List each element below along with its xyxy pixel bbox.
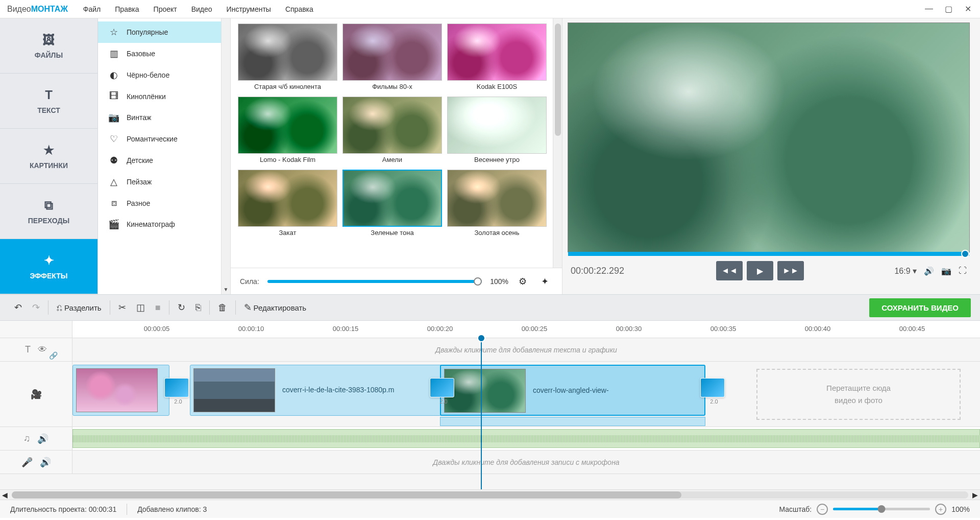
audio-waveform[interactable] (72, 429, 980, 448)
settings-icon[interactable]: ⚙ (514, 274, 531, 289)
video-clip[interactable] (72, 365, 169, 416)
maximize-button[interactable]: ▢ (943, 4, 953, 14)
effect-item[interactable]: Старая ч/б кинолента (238, 23, 337, 92)
track-microphone[interactable]: 🎤🔊 Дважды кликните для добавления записи… (0, 451, 980, 474)
menu-project[interactable]: Проект (154, 5, 177, 13)
strength-slider[interactable] (267, 280, 482, 283)
category-kids[interactable]: ⚉Детские (98, 150, 230, 171)
link-icon[interactable]: 🔗 (49, 351, 58, 360)
star-icon: ★ (43, 143, 55, 157)
timeline-scrollbar[interactable]: ◀ ▶ (0, 489, 980, 500)
tab-transitions[interactable]: ⧉ПЕРЕХОДЫ (0, 184, 97, 239)
music-track-icon: ♫ (23, 433, 31, 444)
tab-files[interactable]: 🖼ФАЙЛЫ (0, 18, 97, 74)
scroll-left-icon[interactable]: ◀ (2, 491, 8, 499)
category-vintage[interactable]: 📷Винтаж (98, 107, 230, 128)
category-popular[interactable]: ☆Популярные (98, 21, 230, 43)
main-area: 🖼ФАЙЛЫ TТЕКСТ ★КАРТИНКИ ⧉ПЕРЕХОДЫ ✦ЭФФЕК… (0, 18, 980, 294)
brush-icon[interactable]: ✦ (537, 274, 553, 289)
snapshot-icon[interactable]: 📷 (941, 266, 951, 276)
prev-frame-button[interactable]: ◄◄ (716, 261, 743, 280)
aspect-ratio-selector[interactable]: 16:9 ▾ (894, 266, 917, 276)
video-clip-selected[interactable]: coverr-low-angled-view- (440, 365, 705, 416)
category-film[interactable]: 🎞Киноплёнки (98, 86, 230, 107)
delete-button[interactable]: 🗑 (213, 299, 232, 316)
effect-item-selected[interactable]: Зеленые тона (342, 170, 442, 239)
grid-icon: ▥ (108, 48, 119, 59)
eye-icon[interactable]: 👁 (38, 344, 47, 355)
tab-effects[interactable]: ✦ЭФФЕКТЫ (0, 239, 97, 294)
menu-file[interactable]: Файл (83, 5, 101, 13)
split-button[interactable]: ⎌Разделить (52, 299, 107, 316)
redo-button[interactable]: ↷ (27, 299, 45, 316)
text-icon: T (45, 88, 53, 102)
close-button[interactable]: ✕ (963, 4, 973, 14)
copy-button[interactable]: ⎘ (190, 299, 206, 316)
minimize-button[interactable]: — (924, 4, 934, 14)
preview-panel: 00:00:22.292 ◄◄ ▶ ►► 16:9 ▾ 🔊 📷 ⛶ (562, 18, 980, 294)
people-icon: ⚉ (108, 155, 119, 166)
stop-button[interactable]: ■ (150, 299, 166, 316)
category-bw[interactable]: ◐Чёрно-белое (98, 64, 230, 86)
status-bar: Длительность проекта: 00:00:31 Добавлено… (0, 500, 980, 518)
effect-item[interactable]: Весеннее утро (447, 97, 547, 166)
save-video-button[interactable]: СОХРАНИТЬ ВИДЕО (869, 298, 971, 317)
category-misc[interactable]: ⧈Разное (98, 193, 230, 214)
effect-item[interactable]: Закат (238, 170, 337, 239)
effect-item[interactable]: Фильмы 80-х (342, 23, 442, 92)
video-dropzone[interactable]: Перетащите сюда видео и фото (756, 369, 961, 420)
cut-button[interactable]: ✂ (113, 299, 131, 316)
transition[interactable]: 2.0 (430, 378, 457, 406)
tab-text[interactable]: TТЕКСТ (0, 74, 97, 129)
clapper-icon: 🎬 (108, 219, 119, 230)
effect-category-list: ☆Популярные ▥Базовые ◐Чёрно-белое 🎞Киноп… (98, 18, 231, 294)
effect-item[interactable]: Золотая осень (447, 170, 547, 239)
category-romantic[interactable]: ♡Романтические (98, 128, 230, 150)
track-text[interactable]: T👁🔗 Дважды кликните для добавления текст… (0, 338, 980, 362)
zoom-out-button[interactable]: − (817, 504, 828, 515)
effect-item[interactable]: Амели (342, 97, 442, 166)
scroll-right-icon[interactable]: ▶ (972, 491, 978, 499)
camera-icon: 📷 (108, 112, 119, 123)
effect-item[interactable]: Kodak E100S (447, 23, 547, 92)
next-frame-button[interactable]: ►► (777, 261, 804, 280)
project-duration-value: 00:00:31 (89, 505, 117, 513)
category-cinema[interactable]: 🎬Кинематограф (98, 214, 230, 235)
preview-progress[interactable] (568, 252, 969, 256)
effect-item[interactable]: Lomo - Kodak Film (238, 97, 337, 166)
clips-count-value: 3 (203, 505, 207, 513)
zoom-in-button[interactable]: + (935, 504, 946, 515)
clips-count-label: Добавлено клипов: (137, 505, 201, 513)
undo-button[interactable]: ↶ (9, 299, 27, 316)
menu-tools[interactable]: Инструменты (227, 5, 271, 13)
effects-scrollbar[interactable] (553, 18, 562, 268)
track-video[interactable]: 🎥 coverr-i-le-de-la-cite-3983-1080p.m co… (0, 362, 980, 427)
menu-video[interactable]: Видео (191, 5, 212, 13)
menu-edit[interactable]: Правка (115, 5, 139, 13)
crop-button[interactable]: ◫ (131, 299, 150, 316)
menu-bar: ВидеоМОНТАЖ Файл Правка Проект Видео Инс… (0, 0, 980, 18)
preview-timecode: 00:00:22.292 (571, 266, 624, 276)
zoom-slider[interactable] (833, 508, 930, 510)
category-scrollbar[interactable]: ▼ (221, 18, 230, 294)
strength-value: 100% (490, 277, 508, 286)
transition[interactable]: 2.0 (164, 378, 192, 406)
speaker-icon[interactable]: 🔊 (37, 433, 48, 444)
zoom-value: 100% (951, 505, 970, 513)
effect-strip[interactable] (440, 417, 705, 426)
play-button[interactable]: ▶ (747, 261, 773, 280)
transition[interactable]: 2.0 (700, 378, 728, 406)
tab-pictures[interactable]: ★КАРТИНКИ (0, 129, 97, 184)
category-landscape[interactable]: △Пейзаж (98, 171, 230, 193)
timeline-ruler[interactable]: 00:00:05 00:00:10 00:00:15 00:00:20 00:0… (0, 321, 980, 338)
category-basic[interactable]: ▥Базовые (98, 43, 230, 64)
contrast-icon: ◐ (108, 69, 119, 81)
menu-help[interactable]: Справка (285, 5, 313, 13)
video-clip[interactable]: coverr-i-le-de-la-cite-3983-1080p.m (190, 365, 471, 416)
speaker-icon[interactable]: 🔊 (40, 457, 51, 468)
edit-button[interactable]: ✎Редактировать (239, 299, 312, 316)
track-audio[interactable]: ♫🔊 (0, 427, 980, 451)
rotate-button[interactable]: ↻ (173, 299, 190, 316)
volume-icon[interactable]: 🔊 (924, 266, 934, 276)
fullscreen-icon[interactable]: ⛶ (959, 266, 967, 275)
